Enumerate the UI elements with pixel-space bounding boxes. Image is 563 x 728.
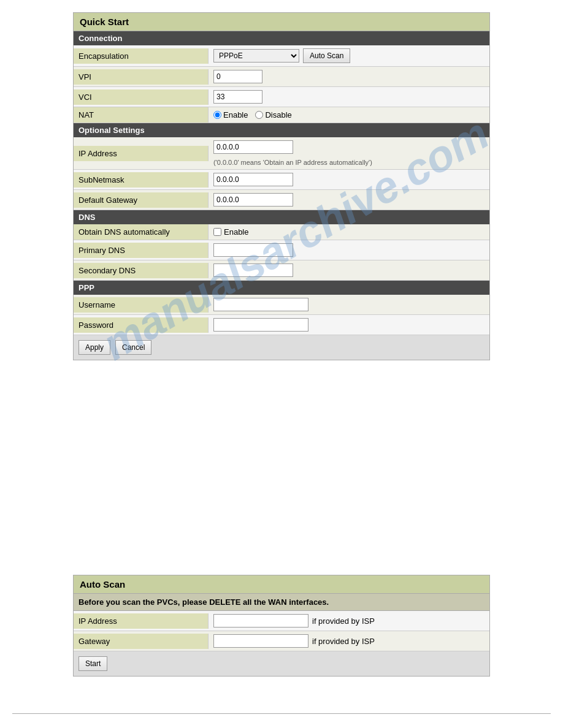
connection-header: Connection <box>74 31 489 45</box>
scan-ip-value: if provided by ISP <box>209 611 489 631</box>
dns-header: DNS <box>74 210 489 224</box>
vpi-row: VPI <box>74 67 489 87</box>
primary-dns-value <box>209 240 489 260</box>
username-row: Username <box>74 295 489 315</box>
optional-settings-header: Optional Settings <box>74 123 489 137</box>
username-label: Username <box>74 297 209 313</box>
nat-enable-label[interactable]: Enable <box>213 110 248 119</box>
nat-disable-radio[interactable] <box>255 111 263 119</box>
vpi-label: VPI <box>74 69 209 85</box>
start-button[interactable]: Start <box>79 656 107 671</box>
bottom-divider <box>12 713 551 714</box>
auto-scan-panel: Auto Scan Before you scan the PVCs, plea… <box>73 575 490 677</box>
password-row: Password <box>74 315 489 335</box>
ip-address-value: ('0.0.0.0' means 'Obtain an IP address a… <box>209 137 489 169</box>
obtain-dns-value: Enable <box>209 224 489 240</box>
default-gateway-value <box>209 190 489 210</box>
scan-gateway-row: Gateway if provided by ISP <box>74 631 489 651</box>
scan-gateway-input[interactable] <box>213 634 308 648</box>
vci-label: VCI <box>74 89 209 105</box>
encapsulation-select[interactable]: PPPoE PPPoA MER IPoA Bridge <box>213 49 299 63</box>
scan-ip-input[interactable] <box>213 614 308 628</box>
default-gateway-input[interactable] <box>213 193 293 207</box>
nat-disable-label[interactable]: Disable <box>255 110 291 119</box>
secondary-dns-input[interactable] <box>213 264 293 277</box>
scan-gateway-label: Gateway <box>74 634 209 649</box>
vpi-value <box>209 67 489 86</box>
quick-start-footer: Apply Cancel <box>74 335 489 360</box>
auto-scan-button[interactable]: Auto Scan <box>303 48 350 63</box>
primary-dns-input[interactable] <box>213 243 293 257</box>
ip-address-label: IP Address <box>74 146 209 161</box>
scan-ip-hint: if provided by ISP <box>312 616 375 626</box>
auto-scan-title: Auto Scan <box>74 575 489 594</box>
username-input[interactable] <box>213 298 308 311</box>
vci-row: VCI <box>74 87 489 107</box>
cancel-button[interactable]: Cancel <box>115 340 151 355</box>
subnetmask-value <box>209 170 489 189</box>
password-value <box>209 315 489 335</box>
encapsulation-label: Encapsulation <box>74 48 209 64</box>
password-input[interactable] <box>213 318 308 332</box>
obtain-dns-label: Obtain DNS automatically <box>74 224 209 240</box>
subnetmask-input[interactable] <box>213 173 293 186</box>
primary-dns-row: Primary DNS <box>74 240 489 260</box>
password-label: Password <box>74 317 209 333</box>
quick-start-panel: Quick Start Connection Encapsulation PPP… <box>73 12 490 360</box>
ip-address-row: IP Address ('0.0.0.0' means 'Obtain an I… <box>74 137 489 170</box>
username-value <box>209 295 489 314</box>
secondary-dns-row: Secondary DNS <box>74 260 489 281</box>
nat-row: NAT Enable Disable <box>74 107 489 123</box>
subnetmask-row: SubNetmask <box>74 170 489 190</box>
obtain-dns-row: Obtain DNS automatically Enable <box>74 224 489 240</box>
vpi-input[interactable] <box>213 70 262 83</box>
scan-ip-row: IP Address if provided by ISP <box>74 611 489 631</box>
secondary-dns-label: Secondary DNS <box>74 263 209 278</box>
nat-enable-text: Enable <box>223 110 248 119</box>
apply-button[interactable]: Apply <box>79 340 110 355</box>
nat-enable-radio[interactable] <box>213 111 221 119</box>
auto-scan-footer: Start <box>74 651 489 676</box>
primary-dns-label: Primary DNS <box>74 243 209 258</box>
ip-address-note: ('0.0.0.0' means 'Obtain an IP address a… <box>213 159 372 166</box>
nat-value: Enable Disable <box>209 107 489 123</box>
nat-label: NAT <box>74 107 209 123</box>
default-gateway-label: Default Gateway <box>74 192 209 208</box>
vci-value <box>209 87 489 107</box>
auto-scan-warning: Before you scan the PVCs, please DELETE … <box>74 594 489 611</box>
secondary-dns-value <box>209 260 489 280</box>
obtain-dns-checkbox[interactable] <box>213 228 221 236</box>
default-gateway-row: Default Gateway <box>74 190 489 210</box>
ip-address-input[interactable] <box>213 140 293 154</box>
scan-gateway-hint: if provided by ISP <box>312 637 375 646</box>
scan-gateway-value: if provided by ISP <box>209 631 489 651</box>
scan-ip-label: IP Address <box>74 613 209 629</box>
ppp-header: PPP <box>74 281 489 295</box>
quick-start-title: Quick Start <box>74 13 489 31</box>
subnetmask-label: SubNetmask <box>74 172 209 188</box>
obtain-dns-checkbox-label: Enable <box>224 227 248 237</box>
vci-input[interactable] <box>213 90 262 104</box>
encapsulation-value: PPPoE PPPoA MER IPoA Bridge Auto Scan <box>209 45 489 66</box>
encapsulation-row: Encapsulation PPPoE PPPoA MER IPoA Bridg… <box>74 45 489 67</box>
nat-disable-text: Disable <box>265 110 291 119</box>
